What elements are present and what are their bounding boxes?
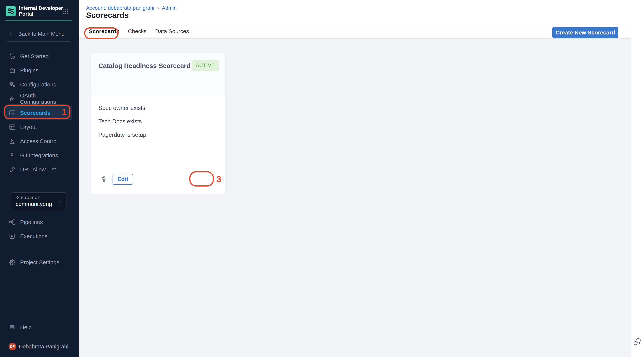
breadcrumb-separator: › — [157, 5, 159, 11]
menu-panel-border — [5, 41, 72, 44]
plugins-icon — [8, 67, 16, 74]
chevron-right-icon — [58, 199, 63, 204]
sidebar-item-git-integrations[interactable]: Git Integrations — [5, 148, 72, 162]
sidebar-item-access-control[interactable]: Access Control — [5, 134, 72, 148]
sidebar-item-project-settings[interactable]: Project Settings — [5, 255, 72, 270]
project-selector[interactable]: PROJECT communityeng — [11, 192, 67, 210]
person-icon — [8, 138, 16, 145]
sidebar-item-scorecards[interactable]: Scorecards — [5, 106, 72, 120]
sidebar-divider — [5, 250, 72, 250]
sidebar-item-get-started[interactable]: Get Started — [5, 49, 72, 63]
link-icon — [8, 166, 16, 173]
layers-icon — [15, 196, 20, 200]
sidebar-item-plugins[interactable]: Plugins — [5, 63, 72, 78]
content-area: Catalog Readiness Scorecard ACTIVE Spec … — [79, 38, 631, 357]
project-eyebrow-label: PROJECT — [21, 196, 40, 200]
sliders-logo-icon — [6, 6, 16, 16]
layout-icon — [8, 123, 16, 131]
breadcrumb: Account: debabrata.panigrahi › Admin — [86, 5, 177, 11]
svg-text:?: ? — [11, 325, 13, 328]
avatar: DP — [9, 343, 16, 350]
scorecard-card: Catalog Readiness Scorecard ACTIVE Spec … — [91, 53, 226, 194]
breadcrumb-admin-link[interactable]: Admin — [162, 5, 177, 11]
sidebar: Internal Developer Portal Back to Main M… — [0, 0, 79, 357]
trash-icon — [101, 176, 107, 182]
breadcrumb-account-link[interactable]: Account: debabrata.panigrahi — [86, 5, 154, 11]
lock-icon — [8, 95, 16, 102]
scorecard-checks-list: Spec owner exists Tech Docs exists Pager… — [98, 105, 146, 145]
tab-checks[interactable]: Checks — [128, 24, 146, 38]
check-item: Pagerduty is setup — [98, 132, 146, 138]
user-profile[interactable]: DP Debabrata Panigrahi — [5, 340, 76, 354]
sidebar-item-help[interactable]: ? Help — [5, 320, 72, 334]
page-header: Account: debabrata.panigrahi › Admin Sco… — [79, 0, 631, 24]
app-logo[interactable] — [6, 6, 16, 16]
gears-icon — [8, 81, 16, 88]
sidebar-item-executions[interactable]: Executions — [5, 229, 72, 243]
gear-icon — [8, 258, 16, 266]
back-label: Back to Main Menu — [18, 31, 64, 37]
edit-scorecard-button[interactable]: Edit — [112, 174, 133, 185]
right-side-strip — [631, 0, 644, 357]
sidebar-item-layout[interactable]: Layout — [5, 120, 72, 134]
app-switcher-grid-icon[interactable] — [62, 8, 69, 15]
admin-menu: Get Started Plugins — [5, 49, 72, 177]
scorecard-card-header: Catalog Readiness Scorecard ACTIVE — [91, 53, 226, 96]
git-branch-icon — [8, 152, 16, 159]
help-section: ? Help — [5, 320, 72, 334]
status-badge: ACTIVE — [192, 60, 219, 71]
check-item: Tech Docs exists — [98, 118, 146, 124]
delete-scorecard-button[interactable] — [101, 174, 109, 183]
help-chat-icon: ? — [8, 324, 16, 331]
scorecard-icon — [8, 109, 16, 117]
app-title: Internal Developer Portal — [19, 6, 63, 17]
settings-section: Project Settings — [5, 255, 72, 270]
sidebar-item-oauth-configurations[interactable]: OAuth Configurations — [5, 92, 72, 106]
executions-icon — [8, 232, 16, 240]
sidebar-accent-divider — [5, 20, 72, 21]
tab-scorecards[interactable]: Scorecards — [89, 24, 119, 38]
check-item: Spec owner exists — [98, 105, 146, 111]
pipelines-icon — [8, 218, 16, 226]
scorecard-title: Catalog Readiness Scorecard — [98, 62, 190, 70]
tab-bar: Scorecards Checks Data Sources — [79, 24, 631, 38]
back-to-main-menu[interactable]: Back to Main Menu — [8, 30, 64, 38]
user-name: Debabrata Panigrahi — [19, 344, 68, 350]
sidebar-item-pipelines[interactable]: Pipelines — [5, 215, 72, 229]
get-started-icon — [8, 52, 16, 60]
project-name: communityeng — [16, 201, 52, 207]
sidebar-item-configurations[interactable]: Configurations — [5, 78, 72, 92]
back-arrow-icon — [8, 31, 15, 37]
tab-data-sources[interactable]: Data Sources — [155, 24, 189, 38]
sidebar-item-url-allow-list[interactable]: URL Allow List — [5, 162, 72, 177]
chat-widget-icon[interactable] — [633, 337, 642, 346]
project-tools-menu: Pipelines Executions — [5, 215, 72, 243]
app-window: Internal Developer Portal Back to Main M… — [0, 0, 644, 357]
create-new-scorecard-button[interactable]: Create New Scorecard — [552, 27, 618, 38]
page-title: Scorecards — [86, 11, 129, 20]
